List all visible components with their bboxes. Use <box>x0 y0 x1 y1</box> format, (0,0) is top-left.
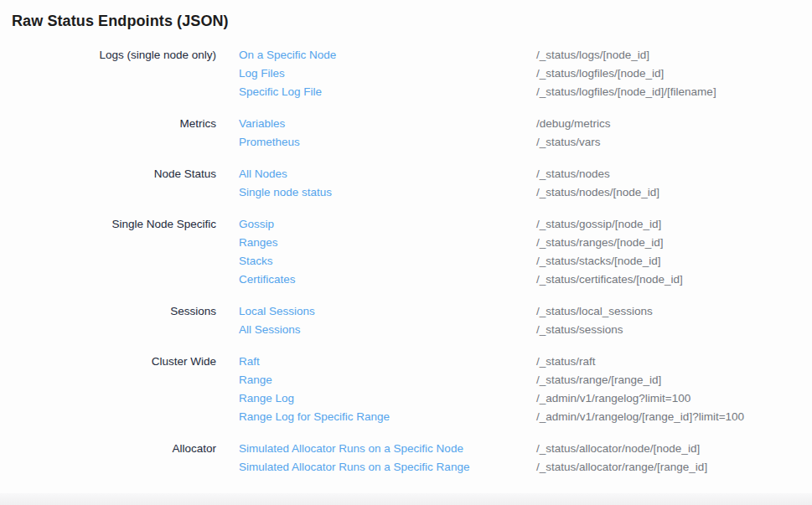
endpoint-url: /_status/certificates/[node_id] <box>536 271 812 289</box>
endpoint-row: Log Files /_status/logfiles/[node_id] <box>239 64 812 83</box>
footer-strip <box>0 493 812 505</box>
endpoint-link[interactable]: Range Log <box>239 389 514 408</box>
endpoint-row: Stacks /_status/stacks/[node_id] <box>239 252 812 271</box>
endpoint-url: /_status/range/[range_id] <box>536 371 812 389</box>
endpoint-link[interactable]: Range <box>239 371 514 389</box>
endpoint-group: Single Node Specific Gossip /_status/gos… <box>0 215 812 289</box>
endpoint-url: /_status/gossip/[node_id] <box>536 215 812 234</box>
endpoint-url: /_status/nodes <box>536 165 812 183</box>
endpoint-row: Single node status /_status/nodes/[node_… <box>239 183 812 202</box>
endpoint-row: Simulated Allocator Runs on a Specific R… <box>239 458 812 477</box>
endpoint-group: Metrics Variables /debug/metrics Prometh… <box>0 115 812 152</box>
endpoint-url: /_status/logfiles/[node_id]/[filename] <box>536 83 812 101</box>
endpoint-row: Range /_status/range/[range_id] <box>239 371 812 389</box>
endpoint-row: Certificates /_status/certificates/[node… <box>239 271 812 289</box>
endpoint-url: /_admin/v1/rangelog/[range_id]?limit=100 <box>536 408 812 426</box>
endpoint-url: /_status/stacks/[node_id] <box>536 252 812 271</box>
page-title: Raw Status Endpoints (JSON) <box>12 12 812 30</box>
endpoint-link[interactable]: Raft <box>239 353 514 371</box>
category-label: Single Node Specific <box>12 215 216 234</box>
endpoint-link[interactable]: Gossip <box>239 215 514 234</box>
category-label: Node Status <box>12 165 216 183</box>
endpoint-link[interactable]: On a Specific Node <box>239 46 514 64</box>
endpoint-url: /_status/raft <box>536 353 812 371</box>
endpoint-list: All Nodes /_status/nodes Single node sta… <box>239 165 812 202</box>
endpoint-row: All Sessions /_status/sessions <box>239 321 812 339</box>
endpoint-link[interactable]: Prometheus <box>239 133 514 152</box>
category-label: Logs (single node only) <box>12 46 216 64</box>
endpoint-list: Raft /_status/raft Range /_status/range/… <box>239 353 812 426</box>
endpoint-url: /_status/allocator/node/[node_id] <box>536 440 812 458</box>
endpoint-row: Prometheus /_status/vars <box>239 133 812 152</box>
category-label: Metrics <box>12 115 216 133</box>
endpoint-link[interactable]: All Sessions <box>239 321 514 339</box>
endpoint-row: Variables /debug/metrics <box>239 115 812 133</box>
endpoint-group: Node Status All Nodes /_status/nodes Sin… <box>0 165 812 202</box>
endpoint-link[interactable]: Range Log for Specific Range <box>239 408 514 426</box>
endpoint-link[interactable]: Specific Log File <box>239 83 514 101</box>
endpoint-link[interactable]: Log Files <box>239 64 514 83</box>
endpoint-list: On a Specific Node /_status/logs/[node_i… <box>239 46 812 101</box>
endpoint-row: Local Sessions /_status/local_sessions <box>239 302 812 321</box>
endpoint-url: /_status/ranges/[node_id] <box>536 234 812 252</box>
endpoint-row: Specific Log File /_status/logfiles/[nod… <box>239 83 812 101</box>
endpoint-row: On a Specific Node /_status/logs/[node_i… <box>239 46 812 64</box>
endpoint-group: Cluster Wide Raft /_status/raft Range /_… <box>0 353 812 426</box>
endpoint-row: Range Log /_admin/v1/rangelog?limit=100 <box>239 389 812 408</box>
endpoint-link[interactable]: Variables <box>239 115 514 133</box>
category-label: Allocator <box>12 440 216 458</box>
endpoint-group: Allocator Simulated Allocator Runs on a … <box>0 440 812 477</box>
endpoint-url: /debug/metrics <box>536 115 812 133</box>
endpoint-row: Simulated Allocator Runs on a Specific N… <box>239 440 812 458</box>
endpoint-url: /_status/nodes/[node_id] <box>536 183 812 202</box>
category-label: Sessions <box>12 302 216 321</box>
endpoint-link[interactable]: Simulated Allocator Runs on a Specific N… <box>239 440 514 458</box>
endpoint-link[interactable]: Simulated Allocator Runs on a Specific R… <box>239 458 514 477</box>
endpoint-link[interactable]: Local Sessions <box>239 302 514 321</box>
endpoint-url: /_status/local_sessions <box>536 302 812 321</box>
endpoint-link[interactable]: Single node status <box>239 183 514 202</box>
endpoint-url: /_status/logfiles/[node_id] <box>536 64 812 83</box>
endpoint-row: Raft /_status/raft <box>239 353 812 371</box>
endpoint-groups: Logs (single node only) On a Specific No… <box>0 46 812 477</box>
endpoint-url: /_status/allocator/range/[range_id] <box>536 458 812 477</box>
endpoint-row: Ranges /_status/ranges/[node_id] <box>239 234 812 252</box>
endpoint-url: /_admin/v1/rangelog?limit=100 <box>536 389 812 408</box>
category-label: Cluster Wide <box>12 353 216 371</box>
endpoint-row: Range Log for Specific Range /_admin/v1/… <box>239 408 812 426</box>
endpoint-list: Simulated Allocator Runs on a Specific N… <box>239 440 812 477</box>
endpoint-row: Gossip /_status/gossip/[node_id] <box>239 215 812 234</box>
endpoint-url: /_status/sessions <box>536 321 812 339</box>
endpoint-link[interactable]: Ranges <box>239 234 514 252</box>
endpoint-url: /_status/logs/[node_id] <box>536 46 812 64</box>
endpoint-list: Gossip /_status/gossip/[node_id] Ranges … <box>239 215 812 289</box>
endpoint-list: Variables /debug/metrics Prometheus /_st… <box>239 115 812 152</box>
endpoint-row: All Nodes /_status/nodes <box>239 165 812 183</box>
endpoint-link[interactable]: Stacks <box>239 252 514 271</box>
endpoint-list: Local Sessions /_status/local_sessions A… <box>239 302 812 339</box>
endpoint-group: Logs (single node only) On a Specific No… <box>0 46 812 101</box>
endpoint-group: Sessions Local Sessions /_status/local_s… <box>0 302 812 339</box>
endpoint-link[interactable]: All Nodes <box>239 165 514 183</box>
endpoint-link[interactable]: Certificates <box>239 271 514 289</box>
endpoint-url: /_status/vars <box>536 133 812 152</box>
